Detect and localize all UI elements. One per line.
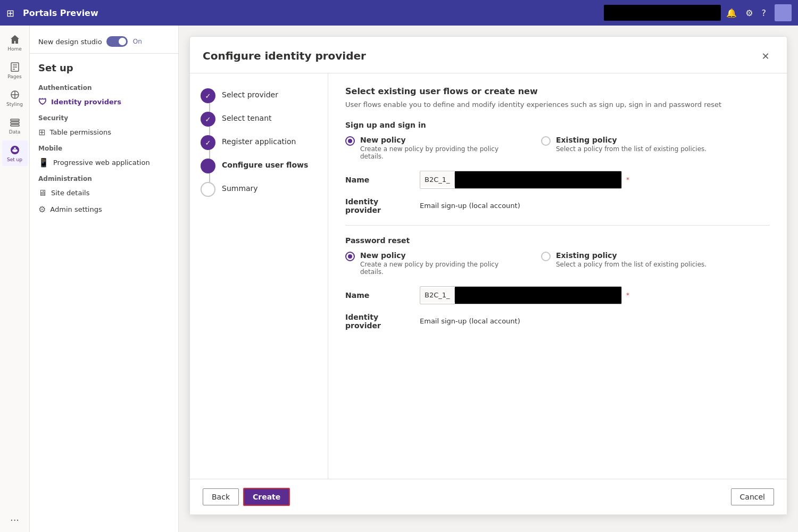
nav-item-pwa[interactable]: 📱 Progressive web application	[30, 154, 178, 171]
topbar-icons: 🔔 ⚙ ?	[726, 4, 792, 21]
sidebar-item-pages-label: Pages	[7, 74, 21, 79]
step-register-application: ✓ Register application	[201, 133, 317, 156]
reset-name-required: *	[626, 292, 629, 299]
mobile-icon: 📱	[38, 157, 49, 168]
create-button[interactable]: Create	[243, 488, 290, 506]
signup-name-input-group: B2C_1_	[420, 171, 622, 189]
sidebar-item-setup[interactable]: Set up	[2, 140, 28, 166]
dialog: Configure identity provider ✕ ✓ Select p…	[189, 36, 787, 515]
sidebar-item-data[interactable]: Data	[2, 113, 28, 138]
sidebar-item-home[interactable]: Home	[2, 30, 28, 55]
reset-name-input[interactable]	[455, 287, 621, 304]
reset-new-policy-desc: Create a new policy by providing the pol…	[360, 261, 520, 276]
sidebar-item-data-label: Data	[9, 129, 21, 135]
icon-sidebar: Home Pages Styling Data Set up ···	[0, 26, 30, 532]
reset-new-policy-option[interactable]: New policy Create a new policy by provid…	[345, 251, 520, 276]
signup-new-policy-radio[interactable]	[345, 136, 355, 146]
app-title: Portals Preview	[23, 8, 598, 18]
reset-identity-provider-row: Identity provider Email sign-up (local a…	[345, 313, 770, 330]
mobile-section-title: Mobile	[30, 140, 178, 154]
form-panel: Select existing user flows or create new…	[328, 73, 787, 479]
step-label-select-tenant: Select tenant	[222, 110, 272, 133]
signup-radio-group: New policy Create a new policy by provid…	[345, 136, 770, 160]
signup-identity-provider-label: Identity provider	[345, 197, 409, 214]
reset-identity-provider-value: Email sign-up (local account)	[420, 317, 520, 325]
left-panel: New design studio On Set up Authenticati…	[30, 26, 179, 532]
step-label-select-provider: Select provider	[222, 86, 278, 110]
nav-item-site-details-label: Site details	[51, 189, 89, 197]
close-button[interactable]: ✕	[757, 47, 774, 64]
form-section-desc: User flows enable you to define and modi…	[345, 99, 770, 110]
reset-name-prefix: B2C_1_	[420, 288, 455, 302]
reset-radio-group: New policy Create a new policy by provid…	[345, 251, 770, 276]
auth-section-title: Authentication	[30, 80, 178, 94]
administration-section-title: Administration	[30, 171, 178, 185]
dialog-header: Configure identity provider ✕	[190, 37, 787, 73]
sidebar-item-home-label: Home	[7, 46, 22, 52]
help-icon[interactable]: ?	[762, 8, 767, 18]
step-configure-user-flows: Configure user flows	[201, 156, 317, 180]
reset-existing-policy-desc: Select a policy from the list of existin…	[556, 261, 706, 268]
setup-section-title: Set up	[30, 60, 178, 80]
nav-item-pwa-label: Progressive web application	[53, 159, 150, 167]
svg-rect-6	[11, 122, 19, 123]
topbar: ⊞ Portals Preview 🔔 ⚙ ?	[0, 0, 798, 26]
svg-rect-7	[11, 124, 19, 126]
dialog-body: ✓ Select provider ✓ Select tenant	[190, 73, 787, 479]
nav-item-table-permissions-label: Table permissions	[49, 128, 111, 136]
step-select-tenant: ✓ Select tenant	[201, 110, 317, 133]
shield-icon: 🛡	[38, 97, 47, 107]
signup-identity-provider-value: Email sign-up (local account)	[420, 202, 520, 210]
step-circle-select-provider: ✓	[201, 88, 215, 103]
step-select-provider: ✓ Select provider	[201, 86, 317, 110]
reset-new-policy-label: New policy	[360, 251, 520, 260]
nav-item-identity-providers-label: Identity providers	[51, 98, 121, 106]
sidebar-item-setup-label: Set up	[7, 157, 22, 162]
reset-name-input-group: B2C_1_	[420, 286, 622, 304]
waffle-icon[interactable]: ⊞	[6, 7, 14, 19]
form-section-title: Select existing user flows or create new	[345, 86, 770, 96]
signup-new-policy-option[interactable]: New policy Create a new policy by provid…	[345, 136, 520, 160]
more-icon[interactable]: ···	[10, 514, 19, 526]
nav-item-table-permissions[interactable]: ⊞ Table permissions	[30, 124, 178, 140]
step-circle-register-application: ✓	[201, 135, 215, 150]
dialog-footer: Back Create Cancel	[190, 479, 787, 514]
signup-existing-policy-radio[interactable]	[541, 136, 551, 146]
sidebar-item-styling[interactable]: Styling	[2, 85, 28, 111]
reset-new-policy-radio[interactable]	[345, 252, 355, 261]
signup-name-input[interactable]	[455, 171, 621, 188]
site-icon: 🖥	[38, 188, 47, 198]
reset-existing-policy-label: Existing policy	[556, 251, 706, 260]
dialog-title: Configure identity provider	[203, 49, 366, 62]
admin-icon: ⚙	[38, 204, 46, 214]
step-label-summary: Summary	[222, 180, 258, 203]
main-content: Configure identity provider ✕ ✓ Select p…	[179, 26, 798, 532]
signup-existing-policy-option[interactable]: Existing policy Select a policy from the…	[541, 136, 706, 160]
step-circle-select-tenant: ✓	[201, 112, 215, 127]
signup-name-row: Name B2C_1_ *	[345, 171, 770, 189]
design-studio-toggle[interactable]	[106, 36, 128, 47]
reset-existing-policy-option[interactable]: Existing policy Select a policy from the…	[541, 251, 706, 276]
signup-name-prefix: B2C_1_	[420, 172, 455, 187]
signup-new-policy-desc: Create a new policy by providing the pol…	[360, 145, 520, 160]
reset-name-row: Name B2C_1_ *	[345, 286, 770, 304]
reset-identity-provider-label: Identity provider	[345, 313, 409, 330]
security-section-title: Security	[30, 110, 178, 124]
sidebar-item-styling-label: Styling	[6, 102, 23, 107]
nav-item-admin-settings[interactable]: ⚙ Admin settings	[30, 201, 178, 218]
topbar-search[interactable]	[604, 5, 721, 21]
reset-existing-policy-radio[interactable]	[541, 252, 551, 261]
nav-item-identity-providers[interactable]: 🛡 Identity providers	[30, 94, 178, 110]
avatar[interactable]	[775, 4, 792, 21]
password-reset-section-title: Password reset	[345, 236, 770, 245]
gear-icon[interactable]: ⚙	[745, 8, 753, 18]
sidebar-item-pages[interactable]: Pages	[2, 57, 28, 83]
back-button[interactable]: Back	[203, 488, 239, 505]
nav-item-admin-settings-label: Admin settings	[50, 205, 102, 213]
cancel-button[interactable]: Cancel	[731, 488, 774, 505]
bell-icon[interactable]: 🔔	[726, 8, 737, 18]
step-circle-summary	[201, 182, 215, 197]
step-circle-configure-user-flows	[201, 159, 215, 173]
signup-existing-policy-desc: Select a policy from the list of existin…	[556, 145, 706, 153]
nav-item-site-details[interactable]: 🖥 Site details	[30, 185, 178, 201]
